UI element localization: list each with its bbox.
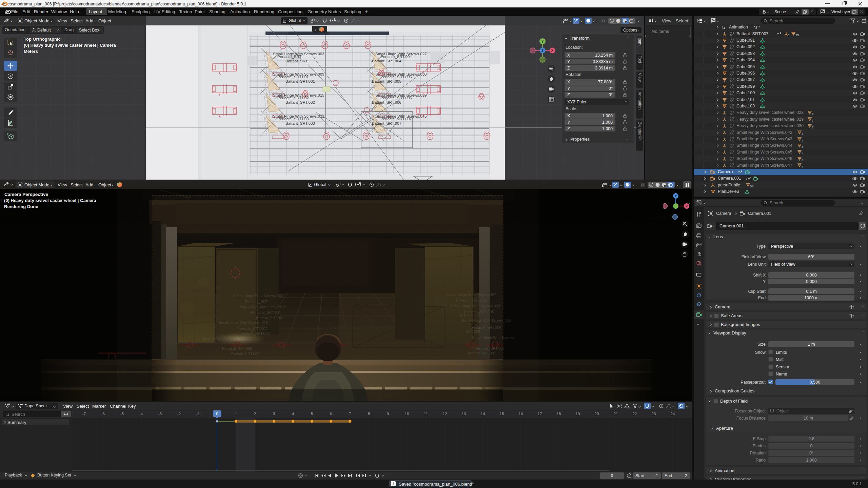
svg-text:Battant_SRT.002: Battant_SRT.002 [285,100,315,104]
svg-text:Battant_SRT.006: Battant_SRT.006 [372,100,401,104]
svg-text:Y: Y [541,40,544,43]
svg-text:Z: Z [541,49,544,53]
svg-text:Z: Z [675,194,677,198]
svg-text:Periacte_SRT.007: Periacte_SRT.007 [380,117,412,121]
svg-text:Periacte_SRT: Periacte_SRT [277,55,301,59]
svg-text:Periacte_SRT.005: Periacte_SRT.005 [380,75,412,79]
svg-text:X: X [551,49,554,53]
svg-text:Battant_SRT.003: Battant_SRT.003 [285,121,315,125]
svg-text:Periacte_SRT.002: Periacte_SRT.002 [277,96,309,100]
svg-text:X: X [686,204,688,208]
svg-text:Periacte_SRT.001: Periacte_SRT.001 [277,75,309,79]
svg-text:Battant_SRT: Battant_SRT [285,59,308,63]
svg-text:Periacte_SRT.003: Periacte_SRT.003 [277,117,309,121]
svg-text:Periacte_SRT.006: Periacte_SRT.006 [380,96,412,100]
svg-text:Battant_SRT.004: Battant_SRT.004 [372,59,401,63]
svg-text:Battant_SRT.001: Battant_SRT.001 [285,79,315,83]
svg-text:Periacte_SRT.004: Periacte_SRT.004 [380,55,412,59]
svg-text:Battant_SRT.005: Battant_SRT.005 [372,79,401,83]
